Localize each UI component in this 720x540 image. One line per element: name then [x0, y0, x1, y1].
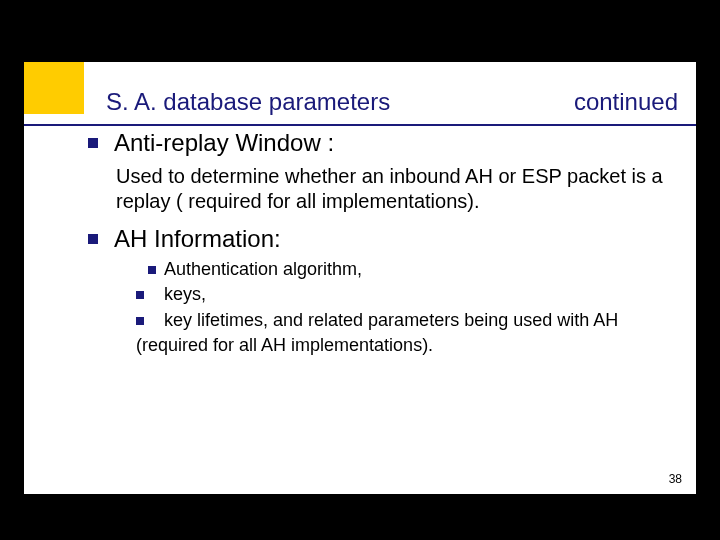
sub-bullet-footer: (required for all AH implementations). [136, 334, 672, 357]
square-bullet-icon [88, 138, 98, 148]
square-bullet-icon [148, 266, 156, 274]
sub-bullet-text: keys, [164, 283, 206, 306]
square-bullet-icon [136, 291, 144, 299]
bullet-heading: AH Information: [114, 224, 281, 254]
sub-bullet-item: Authentication algorithm, [136, 258, 672, 281]
bullet-body: Used to determine whether an inbound AH … [116, 164, 672, 214]
bullet-item: AH Information: [88, 224, 672, 254]
slide-title-row: S. A. database parameters continued [106, 88, 678, 116]
slide-title-right: continued [574, 88, 678, 116]
sub-bullet-text: key lifetimes, and related parameters be… [164, 309, 618, 332]
page-number: 38 [669, 472, 682, 486]
bullet-item: Anti-replay Window : [88, 128, 672, 158]
sub-bullet-text: Authentication algorithm, [164, 258, 362, 281]
bullet-heading: Anti-replay Window : [114, 128, 334, 158]
slide-title-left: S. A. database parameters [106, 88, 390, 116]
slide: S. A. database parameters continued Anti… [24, 62, 696, 494]
slide-content: Anti-replay Window : Used to determine w… [88, 122, 672, 358]
square-bullet-icon [88, 234, 98, 244]
sub-bullet-list: Authentication algorithm, keys, key life… [136, 258, 672, 358]
square-bullet-icon [136, 317, 144, 325]
sub-bullet-item: keys, [136, 283, 672, 306]
accent-block [24, 62, 84, 114]
sub-bullet-item: key lifetimes, and related parameters be… [136, 309, 672, 332]
